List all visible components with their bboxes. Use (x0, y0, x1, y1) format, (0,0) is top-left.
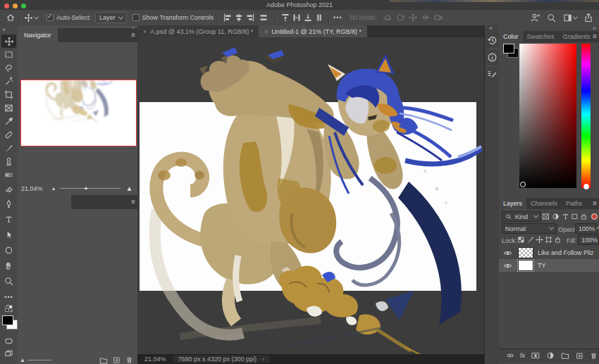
new-group-icon[interactable] (561, 351, 569, 360)
swap-colors-button[interactable] (3, 303, 15, 315)
collapse-strip-button[interactable]: « (489, 25, 493, 32)
share-icon[interactable] (583, 13, 593, 23)
show-transform-checkbox[interactable] (132, 14, 140, 21)
status-zoom-value[interactable]: 21.04% (144, 356, 166, 363)
pen-tool[interactable] (3, 198, 15, 210)
layer-visibility-eye-icon[interactable] (503, 261, 512, 270)
navigator-proxy-view[interactable] (20, 80, 137, 146)
tab-paths[interactable]: Paths (562, 198, 586, 209)
path-selection-tool[interactable] (3, 229, 15, 241)
move-tool[interactable] (1, 34, 16, 48)
tab-gradients[interactable]: Gradients (559, 31, 595, 42)
eraser-tool[interactable] (3, 182, 15, 194)
hue-marker[interactable] (583, 184, 589, 189)
align-left-icon[interactable] (223, 13, 233, 23)
panel-menu-icon[interactable]: ≡ (131, 198, 135, 206)
foreground-color-swatch[interactable] (2, 315, 13, 325)
slider-icon[interactable]: ▲ (20, 358, 25, 363)
filter-shape-layers-icon[interactable] (571, 213, 579, 220)
lock-transparent-icon[interactable] (517, 236, 525, 244)
auto-select-dropdown[interactable]: Layer (95, 12, 127, 23)
new-item-icon[interactable] (113, 356, 121, 364)
filter-type-layers-icon[interactable] (562, 213, 569, 220)
link-layers-icon[interactable] (506, 351, 514, 360)
tab-navigator[interactable]: Navigator (18, 28, 58, 42)
home-icon[interactable] (6, 13, 16, 23)
lock-position-icon[interactable] (536, 236, 543, 244)
hue-slider[interactable] (581, 44, 591, 188)
screen-mode-button[interactable] (3, 348, 15, 360)
layer-name[interactable]: TY (538, 262, 546, 269)
color-picker-marker[interactable] (520, 182, 526, 187)
distribute-vertical-icon[interactable] (314, 13, 324, 23)
tab-layers[interactable]: Layers (499, 198, 526, 209)
auto-select-checkbox[interactable] (47, 14, 54, 21)
tab-channels[interactable]: Channels (526, 198, 562, 209)
gradient-tool[interactable] (3, 169, 15, 181)
trash-icon[interactable] (125, 356, 133, 364)
shape-tool[interactable] (3, 244, 15, 256)
layer-filter-dropdown[interactable]: Kind (502, 211, 541, 222)
info-panel-button[interactable] (487, 52, 498, 63)
layer-style-button[interactable]: fx (520, 352, 525, 359)
quick-mask-button[interactable] (3, 335, 15, 347)
folder-icon[interactable] (99, 356, 108, 364)
navigator-zoom-slider[interactable]: ▲ (60, 188, 121, 189)
brush-tool[interactable] (3, 142, 15, 154)
document-tab-inactive[interactable]: × A.psd @ 43.1% (Group 11, RGB/8) * (137, 25, 259, 37)
panel-menu-icon[interactable]: ≡ (593, 32, 596, 40)
zoom-tool[interactable] (3, 275, 15, 287)
tab-swatches[interactable]: Swatches (523, 31, 559, 42)
edit-toolbar-button[interactable]: ••• (3, 291, 15, 303)
filter-pixel-layers-icon[interactable] (542, 213, 550, 220)
fill-field[interactable]: 100% (578, 234, 599, 245)
zoom-out-icon[interactable]: ▲ (51, 186, 56, 191)
more-options-button[interactable]: ••• (333, 14, 342, 21)
expand-tools-button[interactable]: » (2, 26, 6, 33)
opacity-field[interactable]: 100% (575, 223, 598, 234)
crop-tool[interactable] (3, 89, 15, 101)
layer-row-selected[interactable]: TY (499, 259, 599, 272)
layer-name[interactable]: Like and Follow Pliz (538, 249, 594, 256)
blend-mode-dropdown[interactable]: Normal (502, 223, 557, 234)
canvas-viewport[interactable] (137, 37, 484, 354)
panel-menu-icon[interactable]: ≡ (593, 199, 596, 207)
move-tool-preset[interactable] (24, 13, 38, 23)
layer-visibility-eye-icon[interactable] (503, 249, 512, 258)
layer-row[interactable]: Like and Follow Pliz (499, 246, 599, 259)
align-center-icon[interactable] (234, 13, 244, 23)
lock-pixels-icon[interactable] (526, 236, 534, 244)
filter-smart-objects-icon[interactable] (580, 213, 588, 220)
search-icon[interactable] (547, 13, 556, 23)
healing-brush-tool[interactable] (3, 129, 15, 141)
adjustment-layer-icon[interactable] (546, 351, 555, 360)
type-tool[interactable] (3, 213, 15, 225)
zoom-in-icon[interactable]: ▲ (125, 185, 132, 192)
distribute-top-icon[interactable] (280, 13, 290, 23)
lock-artboard-icon[interactable] (545, 236, 552, 244)
panel-slider[interactable] (27, 360, 51, 360)
new-layer-icon[interactable] (576, 352, 583, 360)
slider-thumb[interactable]: ▲ (83, 185, 88, 190)
second-panel-tab[interactable] (18, 195, 71, 209)
color-saturation-field[interactable] (519, 44, 576, 188)
clone-stamp-tool[interactable] (3, 156, 15, 168)
share-account-icon[interactable] (530, 13, 540, 23)
distribute-bottom-icon[interactable] (303, 13, 313, 23)
align-middle-icon[interactable] (259, 13, 268, 23)
lasso-tool[interactable] (3, 62, 15, 74)
filter-adjustment-layers-icon[interactable] (552, 213, 560, 220)
document-size-readout[interactable]: 7680 px x 4320 px (300 ppi) › (172, 354, 271, 364)
frame-tool[interactable] (3, 102, 15, 114)
layer-filter-toggle[interactable] (591, 213, 598, 220)
document-tab-active[interactable]: × Untitled-1 @ 21% (TY, RGB/8) * (259, 25, 367, 37)
lock-all-icon[interactable] (554, 236, 562, 244)
align-right-icon[interactable] (245, 13, 255, 23)
distribute-horizontal-icon[interactable] (292, 13, 302, 23)
brush-settings-panel-button[interactable] (487, 69, 498, 80)
layer-thumbnail[interactable] (518, 247, 533, 258)
eyedropper-tool[interactable] (3, 115, 15, 127)
status-chevron-icon[interactable]: › (262, 356, 264, 363)
close-tab-icon[interactable]: × (264, 28, 268, 35)
panel-menu-icon[interactable]: ≡ (131, 31, 135, 39)
